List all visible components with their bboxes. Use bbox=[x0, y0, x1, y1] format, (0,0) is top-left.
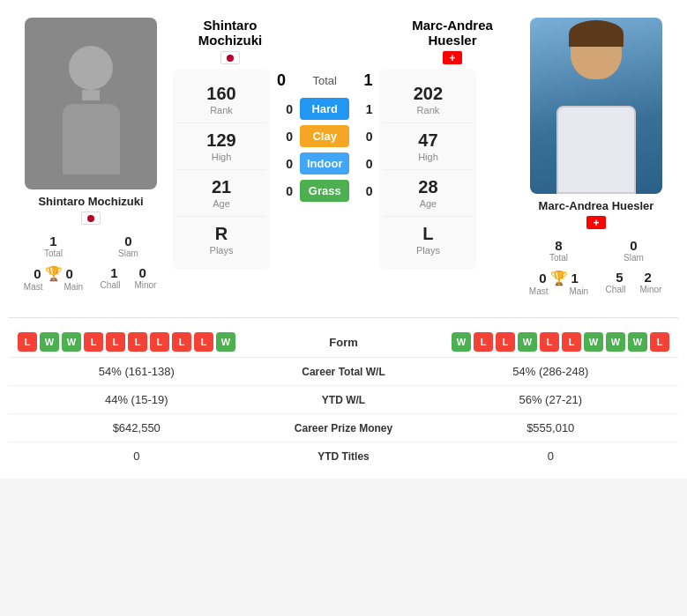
right-player-face bbox=[571, 25, 622, 79]
form-badge-w: W bbox=[216, 332, 235, 352]
right-player-name: Marc-Andrea Huesler bbox=[539, 199, 654, 212]
hard-badge: Hard bbox=[300, 98, 349, 120]
form-badge-l: L bbox=[128, 332, 147, 352]
form-badge-l: L bbox=[562, 332, 581, 352]
left-high-block: 129 High bbox=[176, 123, 266, 170]
hard-row: 0 Hard 1 bbox=[277, 95, 372, 122]
form-badge-w: W bbox=[628, 332, 647, 352]
names-row: Shintaro Mochizuki Marc-Andrea Huesler + bbox=[173, 18, 514, 64]
form-badge-w: W bbox=[518, 332, 537, 352]
form-badge-l: L bbox=[106, 332, 125, 352]
form-badge-w: W bbox=[452, 332, 471, 352]
left-stats-column: 160 Rank 129 High 21 Age R Plays bbox=[173, 70, 270, 270]
silhouette-body bbox=[63, 104, 120, 174]
form-badge-l: L bbox=[84, 332, 103, 352]
stats-left-val: $642,550 bbox=[18, 421, 256, 434]
right-player-flag: + bbox=[586, 216, 606, 229]
stats-grid: 160 Rank 129 High 21 Age R Plays bbox=[173, 70, 514, 270]
stats-right-val: $555,010 bbox=[432, 421, 670, 434]
form-badge-l: L bbox=[172, 332, 191, 352]
center-right-name: Marc-Andrea Huesler bbox=[391, 18, 514, 48]
left-rank-block: 160 Rank bbox=[176, 77, 266, 123]
grass-row: 0 Grass 0 bbox=[277, 177, 372, 204]
left-plays-block: R Plays bbox=[176, 217, 266, 263]
form-badge-l: L bbox=[496, 332, 515, 352]
right-player-avatar bbox=[530, 18, 662, 194]
left-age-block: 21 Age bbox=[176, 170, 266, 217]
right-mast-stat: 0 🏆 1 Mast Main bbox=[521, 266, 596, 300]
surfaces-column: 0 Total 1 0 Hard 1 0 Clay 0 bbox=[277, 70, 372, 270]
stats-center-label: YTD Titles bbox=[256, 450, 432, 463]
left-form: LWWLLLLLLW bbox=[18, 332, 291, 352]
indoor-badge: Indoor bbox=[300, 152, 349, 174]
center-column: Shintaro Mochizuki Marc-Andrea Huesler + bbox=[166, 18, 521, 270]
clay-row: 0 Clay 0 bbox=[277, 122, 372, 150]
left-mast-stat: 0 🏆 0 Mast Main bbox=[16, 262, 91, 295]
form-section: LWWLLLLLLW Form WLLWLLWWWL bbox=[9, 327, 678, 358]
right-plays-block: L Plays bbox=[383, 217, 473, 263]
stats-row-1: 44% (15-19)YTD W/L56% (27-21) bbox=[9, 386, 678, 414]
silhouette-head bbox=[69, 46, 113, 90]
form-badge-w: W bbox=[62, 332, 81, 352]
left-total-stat: 1 Total bbox=[16, 230, 91, 262]
left-chall-stat: 1 0 Chall Minor bbox=[91, 262, 166, 295]
right-age-block: 28 Age bbox=[383, 170, 473, 217]
left-trophy-icon: 🏆 bbox=[45, 265, 63, 282]
indoor-row: 0 Indoor 0 bbox=[277, 150, 372, 177]
stats-right-val: 0 bbox=[432, 449, 670, 463]
form-badge-l: L bbox=[194, 332, 213, 352]
left-slam-stat: 0 Slam bbox=[91, 230, 166, 262]
stats-row-0: 54% (161-138)Career Total W/L54% (286-24… bbox=[9, 358, 678, 386]
stats-left-val: 0 bbox=[18, 449, 256, 463]
right-player-body bbox=[556, 106, 636, 194]
right-rank-block: 202 Rank bbox=[383, 77, 473, 123]
stats-left-val: 54% (161-138) bbox=[18, 365, 256, 378]
section-divider bbox=[9, 317, 678, 318]
right-high-block: 47 High bbox=[383, 123, 473, 170]
form-badge-l: L bbox=[540, 332, 559, 352]
stats-right-val: 56% (27-21) bbox=[432, 393, 670, 406]
left-player-flag bbox=[81, 212, 101, 225]
stats-left-val: 44% (15-19) bbox=[18, 393, 256, 406]
form-badge-l: L bbox=[650, 332, 669, 352]
stats-row-2: $642,550Career Prize Money$555,010 bbox=[9, 414, 678, 442]
stats-table: 54% (161-138)Career Total W/L54% (286-24… bbox=[9, 358, 678, 470]
player-comparison: Shintaro Mochizuki 1 Total 0 Slam 0 bbox=[9, 9, 678, 308]
stats-row-3: 0YTD Titles0 bbox=[9, 442, 678, 470]
form-badge-l: L bbox=[150, 332, 169, 352]
right-trophy-icon: 🏆 bbox=[550, 270, 568, 286]
right-player-stats: 8 Total 0 Slam 0 🏆 1 Mast Main bbox=[521, 234, 671, 300]
japan-flag-dot bbox=[87, 215, 94, 222]
right-form: WLLWLLWWWL bbox=[397, 332, 670, 352]
left-player-avatar bbox=[25, 18, 157, 189]
total-row: 0 Total 1 bbox=[277, 70, 372, 95]
stats-right-val: 54% (286-248) bbox=[432, 365, 670, 378]
right-slam-stat: 0 Slam bbox=[596, 234, 671, 266]
left-player-name: Shintaro Mochizuki bbox=[38, 195, 143, 208]
center-left-flag bbox=[220, 51, 240, 64]
right-stats-column: 202 Rank 47 High 28 Age L Plays bbox=[379, 70, 476, 270]
form-badge-l: L bbox=[18, 332, 37, 352]
clay-badge: Clay bbox=[300, 125, 349, 147]
right-chall-stat: 5 2 Chall Minor bbox=[596, 266, 671, 300]
stats-center-label: Career Total W/L bbox=[256, 366, 432, 378]
silhouette-neck bbox=[82, 90, 100, 100]
left-player-stats: 1 Total 0 Slam 0 🏆 0 Mast Main bbox=[16, 230, 166, 295]
right-player-card: Marc-Andrea Huesler + 8 Total 0 Slam 0 bbox=[521, 18, 671, 300]
form-badge-w: W bbox=[584, 332, 603, 352]
left-player-card: Shintaro Mochizuki 1 Total 0 Slam 0 bbox=[16, 18, 166, 295]
grass-badge: Grass bbox=[300, 180, 349, 202]
form-badge-w: W bbox=[40, 332, 59, 352]
form-label: Form bbox=[291, 336, 397, 349]
center-left-name: Shintaro Mochizuki bbox=[173, 18, 287, 48]
form-badge-l: L bbox=[474, 332, 493, 352]
center-right-flag: + bbox=[443, 51, 462, 64]
form-badge-w: W bbox=[606, 332, 625, 352]
stats-center-label: Career Prize Money bbox=[256, 422, 432, 434]
right-total-stat: 8 Total bbox=[521, 234, 596, 266]
stats-center-label: YTD W/L bbox=[256, 394, 432, 406]
